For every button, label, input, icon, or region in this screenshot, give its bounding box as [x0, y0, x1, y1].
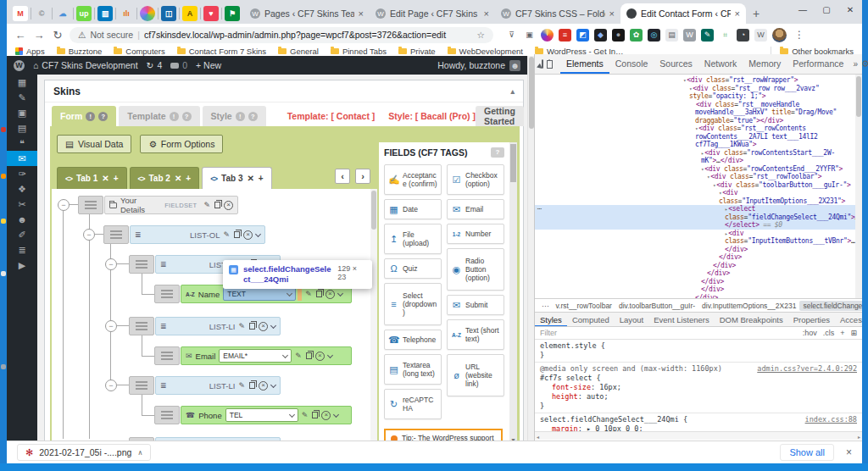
- devtools-dom-line[interactable]: ▾<div class="rst__rowWrapper">: [535, 76, 862, 85]
- edit-icon[interactable]: ✎: [238, 381, 245, 390]
- tree-node-phone-field[interactable]: ☎ Phone TEL ✎: [181, 406, 352, 424]
- css-rule[interactable]: @media only screen and (max-width: 1160p…: [535, 363, 862, 413]
- stylesheet-link[interactable]: index.css:88: [805, 415, 857, 424]
- close-tab-icon[interactable]: ✕: [175, 174, 181, 183]
- drag-handle[interactable]: [103, 225, 129, 244]
- css-rule[interactable]: select.fieldChangeSelect___24Qmi {index.…: [535, 413, 862, 431]
- collapse-node-icon[interactable]: −: [105, 380, 117, 391]
- forward-button[interactable]: →: [32, 29, 46, 42]
- alert-badge[interactable]: !: [86, 112, 95, 121]
- drag-handle[interactable]: [154, 346, 180, 365]
- delete-icon[interactable]: [224, 201, 233, 210]
- field-button-checkbox[interactable]: ☑Checkbox (option): [447, 164, 504, 195]
- sidebar-item-appearance[interactable]: ✑: [7, 166, 37, 181]
- chevron-down-icon[interactable]: [333, 411, 339, 417]
- chevron-down-icon[interactable]: [255, 230, 261, 236]
- styles-tab-computed[interactable]: Computed: [567, 313, 615, 327]
- sidebar-item-contact[interactable]: ✉: [7, 151, 37, 166]
- bookmark-folder[interactable]: Contact Form 7 Skins: [177, 47, 266, 56]
- download-bar-close-icon[interactable]: ×: [846, 446, 852, 458]
- ads-ext[interactable]: ≡: [559, 29, 571, 42]
- drag-handle[interactable]: [78, 196, 103, 214]
- styles-tab-styles[interactable]: Styles: [535, 313, 567, 327]
- instagram-ext[interactable]: [541, 29, 554, 42]
- dark-dot-ext[interactable]: ●: [612, 29, 625, 42]
- field-button-file-upload[interactable]: ↥File (upload): [384, 224, 442, 254]
- sidebar-item-posts[interactable]: ✎: [7, 90, 37, 105]
- show-all-downloads-button[interactable]: Show all: [780, 444, 834, 461]
- blue-app-pinned-tab[interactable]: ◫: [161, 6, 176, 21]
- sidebar-item-settings[interactable]: ≣: [7, 242, 37, 258]
- close-tab-icon[interactable]: ✕: [247, 174, 253, 183]
- profile-avatar[interactable]: [772, 28, 787, 42]
- devtools-styles-pane[interactable]: element.style {}@media only screen and (…: [535, 340, 862, 431]
- field-type-select[interactable]: TEL: [225, 408, 298, 422]
- field-button-email[interactable]: ✉Email: [447, 199, 504, 219]
- bookmark-folder[interactable]: General: [278, 47, 319, 56]
- sidebar-item-dashboard[interactable]: ▦: [7, 75, 37, 90]
- css-property[interactable]: font-size: 16px;: [540, 383, 857, 392]
- bookmark-folder[interactable]: WebDevelopment: [448, 47, 523, 56]
- devtools-dom-line[interactable]: ▾<div class="rst__row row___2vavz" style…: [535, 85, 862, 101]
- download-item[interactable]: ✻ 2021-02-17_05i -....png ∧: [17, 444, 151, 461]
- new-content-menu[interactable]: + New: [196, 60, 221, 70]
- devtools-dom-line[interactable]: ▸<div class="InputItemButtons___tVBnr">……: [535, 230, 862, 254]
- form-tab-1[interactable]: <>Tab 1✕+: [57, 167, 127, 189]
- comments-menu[interactable]: 0: [170, 60, 187, 70]
- notes-ext[interactable]: ▤: [665, 29, 678, 42]
- field-button-submit[interactable]: ✉Submit: [447, 295, 504, 315]
- page-scrollbar[interactable]: [527, 56, 534, 441]
- archive-a-pinned-tab[interactable]: A: [182, 6, 198, 21]
- devtools-dom-line[interactable]: ▾<div class="rst__rowContents rowContent…: [535, 125, 862, 149]
- tab-close-icon[interactable]: ×: [735, 8, 740, 19]
- tab-close-icon[interactable]: ×: [484, 8, 489, 19]
- sidebar-item-video[interactable]: ▶: [7, 258, 37, 273]
- bookmark-folder[interactable]: Pinned Tabs: [331, 47, 387, 56]
- devtools-dom-line[interactable]: ▸<div class="rowContentsStart___2W-mK">……: [535, 149, 862, 165]
- drag-handle[interactable]: [154, 285, 180, 303]
- field-button-recaptcha[interactable]: ↻reCAPTCHA: [384, 389, 442, 419]
- updates-menu[interactable]: ↻ 4: [147, 60, 163, 70]
- devtools-settings-icon[interactable]: ⚙: [861, 58, 868, 69]
- filter-toggle[interactable]: .cls: [823, 329, 835, 337]
- help-badge[interactable]: ?: [182, 112, 192, 121]
- sidebar-item-comments[interactable]: ❝: [7, 136, 37, 151]
- new-tab-button[interactable]: +: [746, 3, 766, 24]
- sidebar-item-tools[interactable]: ✐: [7, 227, 37, 242]
- devtools-tab-sources[interactable]: Sources: [654, 54, 698, 74]
- collapse-node-icon[interactable]: −: [58, 199, 70, 211]
- template-info[interactable]: Template: [ Contact ]: [287, 111, 376, 121]
- css-property[interactable]: height: auto;: [540, 392, 857, 402]
- delete-icon[interactable]: [243, 230, 253, 240]
- tree-node-fieldset[interactable]: Your Details FIELDSET ✎: [104, 196, 238, 214]
- tree-node-email-field[interactable]: ✉ Email EMAIL* ✎: [181, 346, 352, 365]
- delete-icon[interactable]: [259, 381, 268, 391]
- edit-icon[interactable]: ✎: [305, 290, 312, 298]
- filter-toggle[interactable]: +: [840, 329, 844, 337]
- reload-button[interactable]: ↻: [51, 29, 64, 42]
- filter-input[interactable]: Filter: [540, 329, 557, 337]
- copyright-site-pinned-tab[interactable]: ©: [34, 6, 49, 21]
- download-actions-icon[interactable]: ∧: [137, 449, 142, 457]
- field-button-quiz[interactable]: ΩQuiz: [384, 258, 442, 279]
- dom-scrollbar[interactable]: [855, 75, 862, 298]
- back-button[interactable]: ←: [14, 29, 27, 42]
- breadcrumb-item[interactable]: div.toolbarButton__guIr-: [615, 301, 698, 311]
- collapse-node-icon[interactable]: −: [105, 320, 117, 332]
- duplicate-icon[interactable]: [312, 412, 318, 418]
- field-button-url[interactable]: øURL (website link): [447, 354, 504, 396]
- bookmark-folder[interactable]: Computers: [114, 47, 164, 56]
- devtools-dom-tree[interactable]: ▾<div class="rst__rowWrapper">▾<div clas…: [535, 75, 862, 298]
- fields-scrollbar[interactable]: ▼: [509, 142, 517, 441]
- style-info[interactable]: Style: [ Bacall (Pro) ]: [388, 111, 476, 121]
- breadcrumb-item[interactable]: select.fieldChangeSelect__24Qmi: [799, 301, 862, 311]
- drag-handle[interactable]: [129, 255, 154, 274]
- css-property[interactable]: margin: ▸ 0 10px 0 0;: [540, 424, 857, 431]
- devtools-tab-memory[interactable]: Memory: [743, 54, 787, 74]
- filter-toggle[interactable]: ⊞: [850, 329, 857, 337]
- collapse-toggle-icon[interactable]: ▴: [510, 87, 515, 96]
- inspect-element-icon[interactable]: [542, 59, 543, 69]
- maximize-button[interactable]: ▢: [815, 0, 838, 19]
- filter-toggle[interactable]: :hov: [803, 329, 817, 337]
- form-tab-2[interactable]: <>Tab 2✕+: [130, 167, 200, 189]
